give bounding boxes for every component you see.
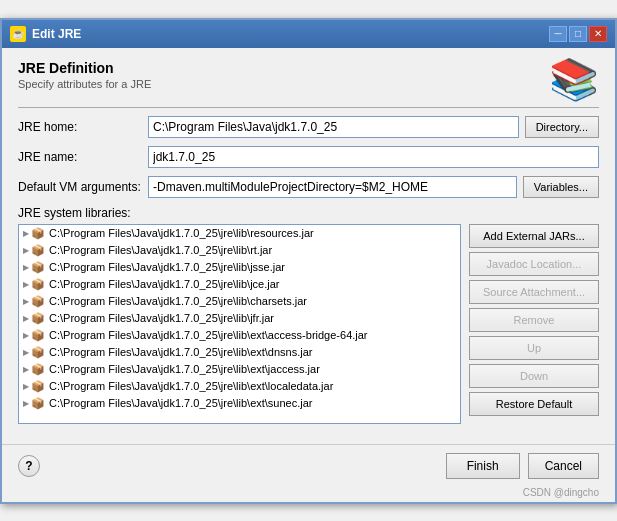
close-button[interactable]: ✕	[589, 26, 607, 42]
maximize-button[interactable]: □	[569, 26, 587, 42]
list-item[interactable]: ▶ 📦 C:\Program Files\Java\jdk1.7.0_25\jr…	[19, 242, 460, 259]
bottom-bar: ? Finish Cancel	[2, 444, 615, 487]
dialog-content: JRE Definition Specify attributes for a …	[2, 48, 615, 436]
jre-home-label: JRE home:	[18, 120, 148, 134]
jre-books-icon: 📚	[549, 56, 599, 103]
add-external-jars-button[interactable]: Add External JARs...	[469, 224, 599, 248]
list-item-arrow: ▶	[23, 246, 29, 255]
section-title: JRE Definition	[18, 60, 151, 76]
up-button[interactable]: Up	[469, 336, 599, 360]
jar-icon: 📦	[31, 278, 45, 291]
variables-button[interactable]: Variables...	[523, 176, 599, 198]
remove-button[interactable]: Remove	[469, 308, 599, 332]
list-item-arrow: ▶	[23, 348, 29, 357]
list-item-text: C:\Program Files\Java\jdk1.7.0_25\jre\li…	[49, 227, 314, 239]
bottom-right: Finish Cancel	[446, 453, 599, 479]
title-bar: ☕ Edit JRE ─ □ ✕	[2, 20, 615, 48]
window-title: Edit JRE	[32, 27, 81, 41]
list-item-arrow: ▶	[23, 382, 29, 391]
vm-args-label: Default VM arguments:	[18, 180, 148, 194]
section-header: JRE Definition Specify attributes for a …	[18, 60, 599, 108]
list-item[interactable]: ▶ 📦 C:\Program Files\Java\jdk1.7.0_25\jr…	[19, 293, 460, 310]
cancel-button[interactable]: Cancel	[528, 453, 599, 479]
list-item[interactable]: ▶ 📦 C:\Program Files\Java\jdk1.7.0_25\jr…	[19, 361, 460, 378]
list-item[interactable]: ▶ 📦 C:\Program Files\Java\jdk1.7.0_25\jr…	[19, 327, 460, 344]
jar-icon: 📦	[31, 261, 45, 274]
list-item[interactable]: ▶ 📦 C:\Program Files\Java\jdk1.7.0_25\jr…	[19, 344, 460, 361]
libraries-buttons: Add External JARs... Javadoc Location...…	[469, 224, 599, 424]
libraries-label: JRE system libraries:	[18, 206, 599, 220]
list-item-text: C:\Program Files\Java\jdk1.7.0_25\jre\li…	[49, 380, 333, 392]
vm-args-row: Default VM arguments: Variables...	[18, 176, 599, 198]
list-item-text: C:\Program Files\Java\jdk1.7.0_25\jre\li…	[49, 244, 272, 256]
bottom-left: ?	[18, 455, 40, 477]
javadoc-location-button[interactable]: Javadoc Location...	[469, 252, 599, 276]
title-controls: ─ □ ✕	[549, 26, 607, 42]
jre-home-input[interactable]	[148, 116, 519, 138]
jre-name-input[interactable]	[148, 146, 599, 168]
list-item-arrow: ▶	[23, 280, 29, 289]
jar-icon: 📦	[31, 363, 45, 376]
title-bar-left: ☕ Edit JRE	[10, 26, 81, 42]
watermark: CSDN @dingcho	[2, 487, 615, 502]
jar-icon: 📦	[31, 295, 45, 308]
directory-button[interactable]: Directory...	[525, 116, 599, 138]
jar-icon: 📦	[31, 329, 45, 342]
jar-icon: 📦	[31, 244, 45, 257]
jre-home-row: JRE home: Directory...	[18, 116, 599, 138]
down-button[interactable]: Down	[469, 364, 599, 388]
jre-name-row: JRE name:	[18, 146, 599, 168]
list-item-text: C:\Program Files\Java\jdk1.7.0_25\jre\li…	[49, 295, 307, 307]
list-item-text: C:\Program Files\Java\jdk1.7.0_25\jre\li…	[49, 278, 279, 290]
list-item[interactable]: ▶ 📦 C:\Program Files\Java\jdk1.7.0_25\jr…	[19, 378, 460, 395]
finish-button[interactable]: Finish	[446, 453, 520, 479]
window-icon: ☕	[10, 26, 26, 42]
list-item-arrow: ▶	[23, 399, 29, 408]
vm-args-input[interactable]	[148, 176, 517, 198]
list-item-arrow: ▶	[23, 331, 29, 340]
section-subtitle: Specify attributes for a JRE	[18, 78, 151, 90]
jar-icon: 📦	[31, 397, 45, 410]
list-item-text: C:\Program Files\Java\jdk1.7.0_25\jre\li…	[49, 397, 313, 409]
list-item-arrow: ▶	[23, 229, 29, 238]
jar-icon: 📦	[31, 380, 45, 393]
jre-name-label: JRE name:	[18, 150, 148, 164]
help-button[interactable]: ?	[18, 455, 40, 477]
list-item-arrow: ▶	[23, 297, 29, 306]
jar-icon: 📦	[31, 346, 45, 359]
list-item-text: C:\Program Files\Java\jdk1.7.0_25\jre\li…	[49, 261, 285, 273]
list-item[interactable]: ▶ 📦 C:\Program Files\Java\jdk1.7.0_25\jr…	[19, 259, 460, 276]
list-item-arrow: ▶	[23, 314, 29, 323]
jar-icon: 📦	[31, 227, 45, 240]
libraries-container: ▶ 📦 C:\Program Files\Java\jdk1.7.0_25\jr…	[18, 224, 599, 424]
list-item-arrow: ▶	[23, 365, 29, 374]
list-item[interactable]: ▶ 📦 C:\Program Files\Java\jdk1.7.0_25\jr…	[19, 310, 460, 327]
list-item-arrow: ▶	[23, 263, 29, 272]
list-item-text: C:\Program Files\Java\jdk1.7.0_25\jre\li…	[49, 346, 313, 358]
list-item[interactable]: ▶ 📦 C:\Program Files\Java\jdk1.7.0_25\jr…	[19, 225, 460, 242]
restore-default-button[interactable]: Restore Default	[469, 392, 599, 416]
edit-jre-dialog: ☕ Edit JRE ─ □ ✕ JRE Definition Specify …	[0, 18, 617, 504]
list-item[interactable]: ▶ 📦 C:\Program Files\Java\jdk1.7.0_25\jr…	[19, 395, 460, 412]
list-item-text: C:\Program Files\Java\jdk1.7.0_25\jre\li…	[49, 312, 274, 324]
source-attachment-button[interactable]: Source Attachment...	[469, 280, 599, 304]
libraries-list[interactable]: ▶ 📦 C:\Program Files\Java\jdk1.7.0_25\jr…	[18, 224, 461, 424]
minimize-button[interactable]: ─	[549, 26, 567, 42]
jar-icon: 📦	[31, 312, 45, 325]
list-item-text: C:\Program Files\Java\jdk1.7.0_25\jre\li…	[49, 363, 320, 375]
list-item[interactable]: ▶ 📦 C:\Program Files\Java\jdk1.7.0_25\jr…	[19, 276, 460, 293]
list-item-text: C:\Program Files\Java\jdk1.7.0_25\jre\li…	[49, 329, 368, 341]
